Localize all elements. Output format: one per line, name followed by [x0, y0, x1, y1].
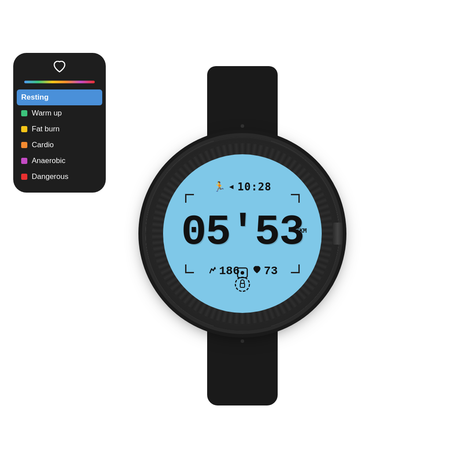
- top-time: 10:28: [238, 181, 271, 193]
- warm-up-dot: [21, 110, 27, 116]
- legend-item-anaerobic[interactable]: Anaerobic: [13, 153, 106, 169]
- legend-item-cardio[interactable]: Cardio: [13, 137, 106, 153]
- unit-label: /KM: [296, 227, 307, 234]
- watch-bezel: 🏃 ◄ 10:28 05'53 /KM: [152, 143, 333, 324]
- steps-value: 186: [219, 264, 240, 278]
- heart-rate-icon: [53, 61, 66, 76]
- fat-burn-dot: [21, 126, 27, 132]
- steps-group: 186: [207, 264, 240, 278]
- heart-rate-group: 73: [252, 264, 278, 278]
- legend-item-resting[interactable]: Resting: [17, 89, 102, 105]
- svg-point-3: [235, 277, 249, 291]
- legend-item-dangerous[interactable]: Dangerous: [13, 169, 106, 185]
- main-pace-display: 05'53: [181, 212, 304, 254]
- arrow-icon: ◄: [228, 183, 235, 191]
- anaerobic-dot: [21, 158, 27, 164]
- color-bar: [24, 81, 95, 83]
- run-icon: 🏃: [213, 181, 225, 193]
- corner-bracket-tl: [185, 194, 194, 203]
- heart-rate-value: 73: [264, 264, 278, 278]
- face-top-row: 🏃 ◄ 10:28: [213, 181, 271, 193]
- band-top: [207, 66, 278, 141]
- corner-bracket-tr: [291, 194, 300, 203]
- watch-container: 🏃 ◄ 10:28 05'53 /KM: [119, 66, 366, 410]
- legend-panel: Resting Warm up Fat burn Cardio Anaerobi…: [13, 53, 106, 193]
- watch-crown: [333, 223, 342, 245]
- watch-case: 🏃 ◄ 10:28 05'53 /KM: [145, 137, 339, 331]
- steps-icon: [207, 265, 217, 277]
- cardio-dot: [21, 142, 27, 148]
- heart-icon: [252, 266, 262, 277]
- bottom-stats: 186 73: [207, 264, 278, 278]
- dangerous-dot: [21, 174, 27, 180]
- corner-bracket-bl: [185, 264, 194, 273]
- band-bottom: [207, 326, 278, 405]
- main-scene: Resting Warm up Fat burn Cardio Anaerobi…: [0, 0, 476, 476]
- corner-bracket-br: [291, 264, 300, 273]
- legend-items: Resting Warm up Fat burn Cardio Anaerobi…: [13, 89, 106, 185]
- lock-icon: [234, 276, 250, 295]
- svg-rect-4: [240, 283, 245, 287]
- watch-face: 🏃 ◄ 10:28 05'53 /KM: [163, 154, 322, 313]
- legend-item-warm-up[interactable]: Warm up: [13, 105, 106, 121]
- legend-item-fat-burn[interactable]: Fat burn: [13, 121, 106, 137]
